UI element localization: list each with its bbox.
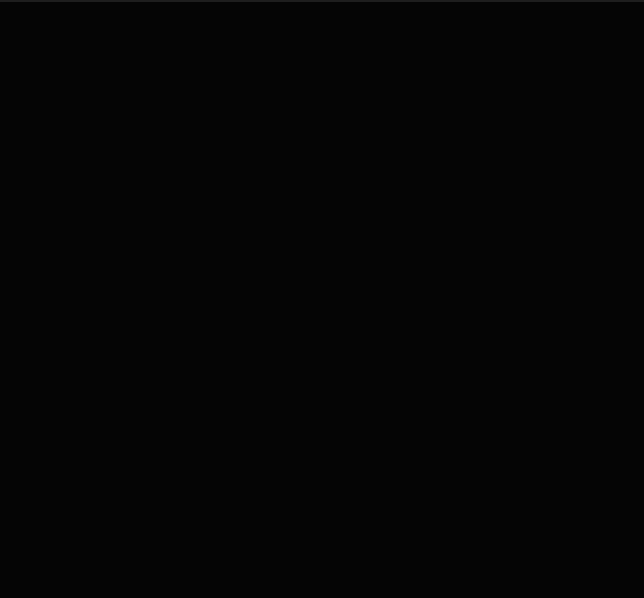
terminal[interactable] — [0, 2, 644, 216]
blank-line — [4, 66, 644, 81]
blank-line — [4, 156, 644, 171]
query-id-line — [4, 111, 644, 126]
